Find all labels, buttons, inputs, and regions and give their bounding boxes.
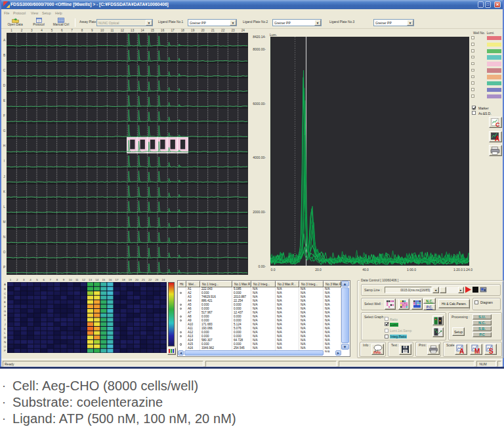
svg-text:S: S xyxy=(489,348,494,354)
svg-text:M: M xyxy=(474,348,480,354)
svg-text:Info.: Info. xyxy=(373,350,382,354)
svg-text:A: A xyxy=(495,135,499,142)
svg-text:A: A xyxy=(459,348,464,354)
svg-text:C: C xyxy=(495,121,500,128)
